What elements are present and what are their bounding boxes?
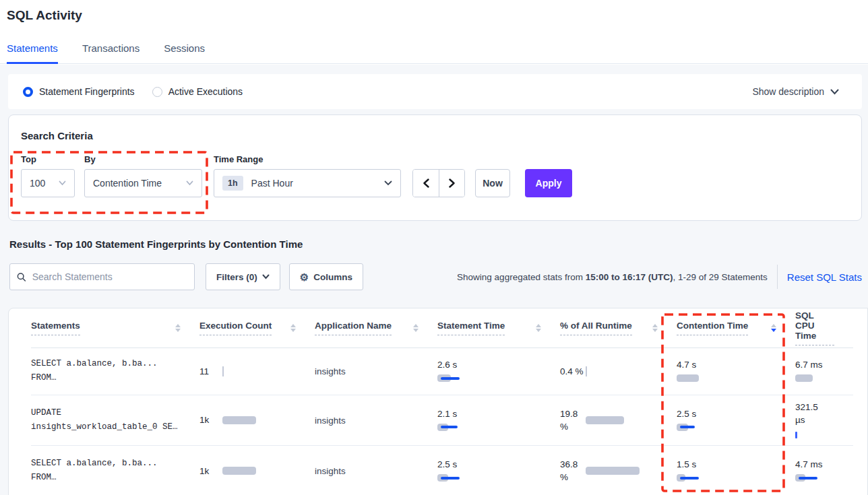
application-name-value: insights: [315, 466, 346, 476]
search-icon: [17, 272, 26, 282]
show-description-label: Show description: [752, 86, 824, 97]
application-name-value: insights: [315, 366, 346, 376]
statement-time-cell: 2.1 s: [437, 395, 560, 445]
application-name-value: insights: [315, 416, 346, 426]
search-statements-input[interactable]: [32, 271, 187, 282]
statement-fingerprint-link[interactable]: UPDATEinsights_workload_table_0 SE…: [31, 406, 199, 434]
bar-gray: [586, 467, 640, 475]
time-prev-button[interactable]: [413, 170, 439, 197]
col-header-application-name[interactable]: Application Name: [315, 321, 392, 335]
toolbar-right: Showing aggregated stats from 15:00 to 1…: [457, 265, 862, 289]
col-header-statements[interactable]: Statements: [31, 321, 80, 335]
time-range-badge: 1h: [222, 176, 243, 191]
show-description-toggle[interactable]: Show description: [752, 86, 839, 97]
statement-fingerprint-link[interactable]: SELECT a.balance, b.ba...FROM…: [31, 357, 199, 385]
radio-label: Active Executions: [168, 86, 243, 97]
metric-bar: [677, 374, 699, 383]
statements-table-body: SELECT a.balance, b.ba...FROM…11insights…: [31, 348, 853, 495]
tab-statements[interactable]: Statements: [7, 42, 58, 64]
top-select[interactable]: 100: [21, 169, 75, 197]
col-header-statement-time[interactable]: Statement Time: [437, 321, 505, 335]
tab-sessions[interactable]: Sessions: [164, 42, 205, 64]
chevron-down-icon: [186, 180, 193, 186]
metric-value: 6.7 ms: [795, 360, 823, 370]
table-row: SELECT a.balance, b.ba...FROM…11insights…: [31, 348, 853, 395]
time-range-label: Time Range: [214, 154, 401, 164]
chevron-down-icon: [384, 180, 392, 186]
results-toolbar: Filters (0) ⚙ Columns Showing aggregated…: [9, 263, 862, 290]
bar-gray: [677, 374, 699, 382]
metric-value: 19.8%: [560, 407, 586, 433]
sort-icon-active-desc[interactable]: [771, 324, 776, 333]
metric-value: 1.5 s: [677, 459, 696, 469]
col-header-execution-count[interactable]: Execution Count: [199, 321, 272, 335]
reset-sql-stats-link[interactable]: Reset SQL Stats: [787, 271, 862, 283]
metric-bar: [437, 473, 448, 482]
chevron-down-icon: [830, 89, 839, 95]
search-criteria-title: Search Criteria: [21, 130, 861, 141]
contention-time-cell: 4.7 s: [677, 348, 795, 395]
divider: [777, 265, 778, 289]
search-statements-field[interactable]: [9, 263, 195, 290]
sql-cpu-time-cell: 4.7 ms: [795, 445, 853, 495]
columns-button[interactable]: ⚙ Columns: [289, 263, 363, 290]
columns-label: Columns: [313, 272, 352, 282]
statement-fingerprint-link[interactable]: SELECT a.balance, b.ba...FROM…: [31, 457, 199, 485]
metric-bar: [437, 374, 451, 383]
tab-transactions[interactable]: Transactions: [82, 42, 140, 64]
radio-active-executions[interactable]: Active Executions: [152, 86, 243, 97]
contention-time-cell: 2.5 s: [677, 395, 795, 445]
statements-table-card: Statements Execution Count Application N…: [8, 308, 868, 495]
sort-icon[interactable]: [652, 324, 658, 333]
radio-statement-fingerprints[interactable]: Statement Fingerprints: [23, 86, 135, 97]
metric-bar: [795, 430, 797, 439]
metric-bar: [586, 467, 640, 475]
pct-runtime-cell: 19.8%: [560, 395, 677, 445]
application-name-cell: insights: [315, 445, 437, 495]
metric-bar: [586, 367, 587, 376]
metric-value: 1k: [199, 466, 222, 476]
sort-icon[interactable]: [175, 324, 181, 333]
col-header-sql-cpu-time[interactable]: SQL CPU Time: [795, 310, 834, 345]
metric-value: 11: [199, 366, 222, 376]
pct-runtime-cell: 0.4 %: [560, 348, 677, 395]
table-header-row: Statements Execution Count Application N…: [31, 308, 853, 348]
pct-runtime-cell: 36.8%: [560, 445, 677, 495]
metric-value: 2.1 s: [437, 409, 457, 419]
table-row: SELECT a.balance, b.ba...FROM…1kinsights…: [31, 445, 853, 495]
now-button[interactable]: Now: [475, 169, 510, 197]
bar-gray: [222, 467, 256, 475]
time-range-select[interactable]: 1h Past Hour: [214, 169, 401, 197]
radio-unselected-icon: [152, 87, 162, 97]
sort-icon[interactable]: [536, 324, 541, 333]
apply-button[interactable]: Apply: [525, 169, 572, 197]
sort-icon[interactable]: [413, 324, 418, 333]
statements-cell: SELECT a.balance, b.ba...FROM…: [31, 445, 199, 495]
bar-blue-line: [799, 477, 817, 480]
execution-count-cell: 11: [199, 348, 315, 395]
statements-cell: SELECT a.balance, b.ba...FROM…: [31, 348, 199, 395]
sql-cpu-time-cell: 321.5µs: [795, 395, 853, 445]
col-header-contention-time[interactable]: Contention Time: [677, 321, 748, 335]
search-criteria-controls: Top 100 By Contention Time Time Range 1h…: [21, 154, 861, 197]
results-title: Results - Top 100 Statement Fingerprints…: [9, 238, 868, 250]
metric-value: 2.5 s: [437, 459, 457, 469]
col-header-pct-runtime[interactable]: % of All Runtime: [560, 321, 632, 335]
sort-icon[interactable]: [290, 324, 296, 333]
bar-blue-line: [441, 477, 460, 480]
bar-blue-line: [441, 426, 458, 428]
metric-value: 4.7 s: [677, 360, 696, 370]
by-label: By: [84, 154, 202, 164]
chevron-left-icon: [423, 178, 430, 188]
top-value: 100: [30, 178, 45, 189]
metric-bar: [677, 423, 688, 432]
top-label: Top: [21, 154, 75, 164]
filters-button[interactable]: Filters (0): [206, 263, 280, 290]
by-select[interactable]: Contention Time: [84, 169, 202, 197]
statements-table: Statements Execution Count Application N…: [31, 308, 853, 495]
filters-label: Filters (0): [216, 272, 257, 282]
time-next-button[interactable]: [439, 170, 464, 197]
metric-bar: [222, 467, 256, 475]
metric-bar: [222, 416, 256, 424]
bar-gray: [795, 374, 813, 382]
